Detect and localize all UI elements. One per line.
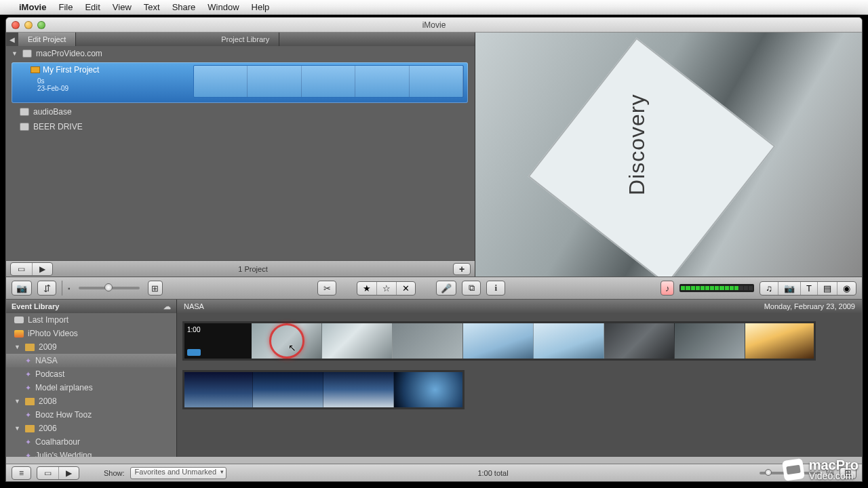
clip-thumb[interactable] bbox=[182, 370, 253, 409]
event-item-2008[interactable]: ▼2008 bbox=[6, 394, 176, 408]
event-star-icon: ✦ bbox=[25, 384, 31, 392]
play-icon[interactable]: ▶ bbox=[59, 467, 79, 479]
event-item-iphoto-videos[interactable]: iPhoto Videos bbox=[6, 327, 176, 340]
menu-help[interactable]: Help bbox=[252, 2, 270, 12]
project-view-buttons[interactable]: ▭▶ bbox=[10, 262, 53, 276]
import-button[interactable]: 📷 bbox=[12, 281, 32, 296]
tab-edit-project[interactable]: Edit Project bbox=[18, 33, 76, 46]
maps-browser-button[interactable]: ◉ bbox=[837, 282, 856, 295]
inspector-button[interactable]: i bbox=[486, 281, 505, 296]
voiceover-button[interactable]: 🎤 bbox=[436, 281, 456, 296]
event-star-icon: ✦ bbox=[25, 438, 31, 447]
media-browsers: ♫ 📷 T ▤ ◉ bbox=[760, 281, 856, 296]
iphoto-icon bbox=[14, 330, 24, 338]
mark-buttons: ★ ☆ ✕ bbox=[357, 281, 416, 296]
show-filter-select[interactable]: Favorites and Unmarked bbox=[130, 467, 226, 479]
center-toolbar: 📷 ⇵ ▪ ⊞ ✂ ★ ☆ ✕ 🎤 ⧉ i ♪ ♫ 📷 T ▤ ◉ bbox=[6, 277, 862, 300]
clip-trim-button[interactable]: ✂ bbox=[317, 281, 336, 296]
clip-thumb[interactable] bbox=[322, 321, 393, 361]
menu-edit[interactable]: Edit bbox=[85, 2, 100, 12]
clip-head[interactable]: 1:00 bbox=[182, 321, 252, 361]
drive-beerdrive[interactable]: BEER DRIVE bbox=[6, 119, 475, 134]
disclosure-icon: ▼ bbox=[14, 398, 21, 405]
event-star-icon: ✦ bbox=[25, 451, 31, 458]
project-library-panel: ◀ Edit Project Project Library ▼ macProV… bbox=[6, 33, 475, 277]
event-star-icon: ✦ bbox=[25, 370, 31, 379]
keyword-badge bbox=[187, 349, 201, 356]
audio-meter bbox=[679, 284, 754, 292]
fullscreen-icon[interactable]: ▭ bbox=[37, 467, 59, 479]
folder-icon bbox=[25, 398, 35, 405]
clip-thumb[interactable] bbox=[534, 321, 604, 361]
favorite-button[interactable]: ★ bbox=[357, 282, 377, 295]
drive-macprovideo[interactable]: ▼ macProVideo.com bbox=[6, 46, 475, 61]
viewer-overlay-text: Discovery bbox=[625, 94, 650, 195]
event-item-coalharbour[interactable]: ✦Coalharbour bbox=[6, 435, 176, 449]
bottom-toolbar: ≡ ▭▶ Show: Favorites and Unmarked 1:00 t… bbox=[6, 464, 862, 481]
menu-window[interactable]: Window bbox=[208, 2, 239, 12]
play-icon[interactable]: ▶ bbox=[33, 263, 52, 275]
titles-browser-button[interactable]: T bbox=[801, 282, 818, 295]
event-play-buttons[interactable]: ▭▶ bbox=[37, 466, 79, 480]
tab-project-library[interactable]: Project Library bbox=[212, 33, 279, 46]
folder-icon bbox=[25, 344, 35, 351]
photo-browser-button[interactable]: 📷 bbox=[778, 282, 801, 295]
reject-button[interactable]: ✕ bbox=[397, 282, 415, 295]
frame-view-button[interactable]: ⊞ bbox=[148, 281, 163, 296]
clip-thumb[interactable] bbox=[253, 370, 323, 409]
clip-thumb[interactable] bbox=[323, 370, 394, 409]
thumb-small-icon: ▪ bbox=[68, 285, 71, 292]
menu-text[interactable]: Text bbox=[144, 2, 160, 12]
event-star-icon: ✦ bbox=[25, 357, 31, 365]
event-library-sidebar: Event Library ☁ Last ImportiPhoto Videos… bbox=[6, 300, 177, 457]
event-item-podcast[interactable]: ✦Podcast bbox=[6, 367, 176, 381]
event-library-title: Event Library bbox=[12, 302, 59, 310]
clip-thumb[interactable] bbox=[394, 370, 465, 409]
event-item-nasa[interactable]: ✦NASA bbox=[6, 354, 176, 367]
preview-viewer[interactable]: Discovery bbox=[475, 33, 862, 277]
event-item-last-import[interactable]: Last Import bbox=[6, 313, 176, 327]
unmark-button[interactable]: ☆ bbox=[377, 282, 397, 295]
drive-icon bbox=[20, 123, 29, 131]
menu-file[interactable]: File bbox=[58, 2, 73, 12]
list-view-icon[interactable]: ≡ bbox=[12, 467, 31, 479]
thumbnail-size-slider[interactable] bbox=[79, 287, 140, 289]
transitions-browser-button[interactable]: ▤ bbox=[818, 282, 837, 295]
project-item-selected[interactable]: My First Project 0s 23-Feb-09 bbox=[12, 62, 468, 103]
clip-thumb[interactable] bbox=[604, 321, 675, 361]
event-item-julio-s-wedding[interactable]: ✦Julio's Wedding bbox=[6, 449, 176, 457]
clip-thumb[interactable] bbox=[393, 321, 463, 361]
clip-thumb[interactable]: ↖ bbox=[252, 321, 322, 361]
menu-view[interactable]: View bbox=[113, 2, 132, 12]
clip-thumb[interactable] bbox=[463, 321, 534, 361]
project-count: 1 Project bbox=[57, 265, 449, 273]
event-item-model-airplanes[interactable]: ✦Model airplanes bbox=[6, 381, 176, 394]
disclosure-icon: ▼ bbox=[14, 425, 21, 432]
watermark-logo-icon bbox=[782, 458, 805, 481]
event-item-2009[interactable]: ▼2009 bbox=[6, 340, 176, 354]
clip-row: 1:00 ↖ bbox=[182, 321, 856, 361]
total-duration: 1:00 total bbox=[477, 469, 508, 477]
crop-button[interactable]: ⧉ bbox=[462, 281, 481, 296]
audio-skim-button[interactable]: ♪ bbox=[660, 281, 674, 296]
menu-share[interactable]: Share bbox=[172, 2, 196, 12]
event-item-2006[interactable]: ▼2006 bbox=[6, 422, 176, 435]
event-view-buttons[interactable]: ≡ bbox=[12, 466, 31, 480]
project-icon bbox=[31, 66, 40, 73]
project-filmstrip[interactable] bbox=[193, 65, 464, 98]
mac-menubar: iMovie File Edit View Text Share Window … bbox=[0, 0, 868, 15]
show-label: Show: bbox=[104, 469, 125, 477]
app-menu[interactable]: iMovie bbox=[19, 2, 46, 12]
camera-icon bbox=[14, 317, 24, 323]
music-browser-button[interactable]: ♫ bbox=[760, 282, 778, 295]
clip-thumb[interactable] bbox=[675, 321, 745, 361]
project-back-button[interactable]: ◀ bbox=[6, 33, 18, 46]
event-item-booz-how-tooz[interactable]: ✦Booz How Tooz bbox=[6, 408, 176, 422]
drive-audiobase[interactable]: audioBase bbox=[6, 104, 475, 119]
new-project-button[interactable]: + bbox=[453, 263, 471, 275]
fullscreen-icon[interactable]: ▭ bbox=[11, 263, 33, 275]
event-library-toggle-icon[interactable]: ☁ bbox=[163, 302, 171, 311]
event-date: Monday, February 23, 2009 bbox=[764, 302, 855, 310]
clip-thumb[interactable] bbox=[745, 321, 816, 361]
swap-button[interactable]: ⇵ bbox=[37, 281, 56, 296]
